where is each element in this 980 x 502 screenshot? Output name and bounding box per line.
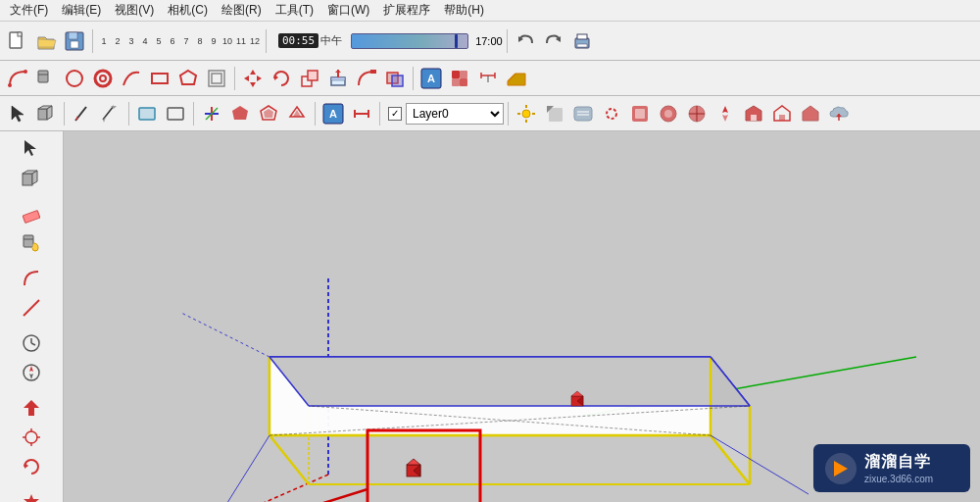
undo-button[interactable] — [512, 27, 539, 55]
svg-text:A: A — [329, 108, 337, 120]
print-button[interactable] — [568, 27, 596, 55]
save-button[interactable] — [61, 27, 88, 55]
translate-view[interactable] — [255, 100, 282, 127]
scene-manager[interactable] — [683, 100, 710, 127]
menu-bar: 文件(F) 编辑(E) 视图(V) 相机(C) 绘图(R) 工具(T) 窗口(W… — [0, 0, 980, 22]
sep2 — [266, 29, 267, 53]
menu-tools[interactable]: 工具(T) — [270, 0, 319, 21]
line-tool-down[interactable] — [97, 100, 124, 127]
rotate-left[interactable] — [6, 453, 57, 480]
ruler-6: 6 — [166, 36, 179, 46]
export-button[interactable]: A — [417, 65, 445, 92]
toolbar1: 1 2 3 4 5 6 7 8 9 10 11 12 00:55 中午 17:0… — [0, 22, 980, 61]
line-left[interactable] — [6, 294, 57, 322]
offset-tool[interactable] — [203, 65, 230, 92]
shadow-settings[interactable] — [541, 100, 568, 127]
push-pull-tool[interactable] — [324, 65, 352, 92]
circle-tool[interactable] — [61, 65, 88, 92]
eraser-tool[interactable] — [6, 200, 57, 227]
viewport[interactable]: 溜溜自学 zixue.3d66.com — [64, 131, 980, 502]
house-icon[interactable] — [768, 100, 796, 127]
dimensions-button[interactable] — [474, 65, 502, 92]
new-button[interactable] — [4, 27, 31, 55]
intersect-tool[interactable] — [381, 65, 409, 92]
move-tool[interactable] — [239, 65, 267, 92]
follow-me-tool[interactable] — [353, 65, 380, 92]
watermark-text: 溜溜自学 zixue.3d66.com — [864, 452, 933, 484]
svg-rect-74 — [635, 109, 645, 119]
polygon-tool[interactable] — [174, 65, 202, 92]
svg-rect-49 — [139, 108, 155, 120]
text-tool[interactable]: A — [319, 100, 347, 127]
paint-bucket[interactable] — [32, 65, 60, 92]
sun-icon[interactable] — [513, 100, 540, 127]
material-tool[interactable] — [655, 100, 682, 127]
menu-view[interactable]: 视图(V) — [109, 0, 160, 21]
svg-marker-99 — [24, 400, 39, 416]
paint-left[interactable] — [6, 229, 57, 257]
watermark-name: 溜溜自学 — [864, 452, 933, 473]
ruler-7: 7 — [179, 36, 193, 46]
select-tool-left[interactable] — [6, 135, 57, 163]
style-settings[interactable] — [626, 100, 654, 127]
edge-style[interactable] — [598, 100, 625, 127]
measure-tool[interactable] — [348, 100, 375, 127]
arc-tool[interactable] — [4, 65, 31, 92]
menu-window[interactable]: 窗口(W) — [321, 0, 375, 21]
svg-marker-54 — [232, 106, 248, 120]
clock-left[interactable] — [6, 329, 57, 357]
ruler-8: 8 — [193, 36, 207, 46]
svg-text:A: A — [427, 73, 435, 84]
svg-marker-106 — [24, 494, 39, 502]
pencil-tool[interactable] — [69, 100, 96, 127]
time-progress-bar[interactable] — [351, 33, 468, 49]
layer-select[interactable]: Layer0 — [406, 103, 504, 125]
menu-extensions[interactable]: 扩展程序 — [377, 0, 436, 21]
rectangle-tool[interactable] — [146, 65, 173, 92]
component-tool2[interactable] — [32, 100, 60, 127]
select-tool[interactable] — [4, 100, 31, 127]
rotate-view[interactable] — [226, 100, 254, 127]
svg-marker-56 — [264, 109, 273, 118]
donut-tool[interactable] — [89, 65, 117, 92]
svg-marker-80 — [722, 106, 728, 113]
svg-rect-36 — [452, 71, 460, 78]
svg-marker-89 — [32, 171, 37, 184]
svg-marker-105 — [24, 463, 28, 469]
arrow-left[interactable] — [6, 394, 57, 422]
sep1 — [92, 29, 93, 53]
toolbar2: A — [0, 61, 980, 96]
scale-tool[interactable] — [296, 65, 323, 92]
star-left[interactable] — [6, 488, 57, 502]
svg-marker-30 — [335, 70, 341, 73]
svg-rect-9 — [577, 44, 587, 47]
component-button[interactable] — [446, 65, 473, 92]
roof-icon[interactable] — [797, 100, 824, 127]
svg-marker-81 — [722, 115, 728, 122]
geo-location[interactable] — [711, 100, 739, 127]
wireframe-toggle[interactable] — [162, 100, 189, 127]
scale-view[interactable] — [283, 100, 311, 127]
menu-file[interactable]: 文件(F) — [4, 0, 54, 21]
svg-rect-67 — [549, 108, 563, 122]
fog-toggle[interactable] — [569, 100, 597, 127]
open-button[interactable] — [32, 27, 60, 55]
crosshair-left[interactable] — [6, 424, 57, 451]
redo-button[interactable] — [540, 27, 567, 55]
warehouse-icon[interactable] — [740, 100, 767, 127]
curve-tool[interactable] — [118, 65, 145, 92]
menu-draw[interactable]: 绘图(R) — [216, 0, 268, 21]
svg-rect-83 — [779, 115, 785, 121]
component-tool-left[interactable] — [6, 165, 57, 192]
xray-toggle[interactable] — [133, 100, 161, 127]
save-cloud[interactable] — [825, 100, 853, 127]
axes-toggle[interactable] — [198, 100, 225, 127]
menu-help[interactable]: 帮助(H) — [438, 0, 490, 21]
menu-edit[interactable]: 编辑(E) — [56, 0, 107, 21]
section-plane[interactable] — [503, 65, 530, 92]
layer-check[interactable]: ✓ — [388, 107, 402, 121]
compass-left[interactable] — [6, 359, 57, 386]
arc-left[interactable] — [6, 265, 57, 292]
rotate-tool[interactable] — [268, 65, 295, 92]
menu-camera[interactable]: 相机(C) — [162, 0, 214, 21]
